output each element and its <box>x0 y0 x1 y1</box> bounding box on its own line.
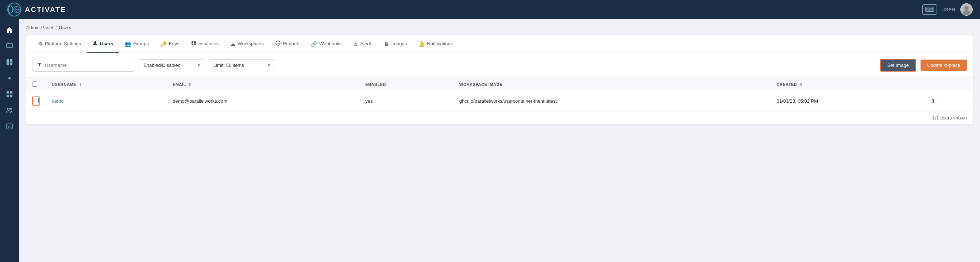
created-sort-icon[interactable]: ⇕ <box>799 83 803 86</box>
nav-right: ⌨ USER <box>922 3 973 16</box>
notifications-tab-icon: 🔔 <box>418 41 425 47</box>
svg-rect-13 <box>10 62 13 65</box>
tab-keys-label: Keys <box>169 41 180 46</box>
tab-reports-label: Reports <box>283 41 299 46</box>
sidebar-item-grid[interactable] <box>3 88 16 101</box>
workspace-image-col-header: WORKSPACE IMAGE <box>453 78 771 91</box>
svg-rect-11 <box>6 59 9 65</box>
breadcrumb: Admin Panel / Users <box>26 25 973 30</box>
tab-webhooks[interactable]: 🔗 Webhooks <box>305 35 347 53</box>
row-created-cell: 01/03/23, 05:02 PM <box>771 91 925 111</box>
tab-users-label: Users <box>100 41 113 46</box>
tab-images[interactable]: 🖥 Images <box>379 35 413 53</box>
tab-workspaces[interactable]: ☁ Workspaces <box>224 35 269 53</box>
sidebar-item-dot[interactable] <box>3 72 16 85</box>
svg-rect-23 <box>191 41 193 43</box>
select-all-checkbox[interactable] <box>32 81 37 86</box>
username-col-header: USERNAME ⇕ <box>46 78 167 91</box>
tab-users[interactable]: Users <box>87 35 119 53</box>
row-username-cell: demo <box>46 91 167 111</box>
update-inplace-button[interactable]: Update in-place <box>921 59 967 71</box>
tab-reports[interactable]: Reports <box>270 35 305 53</box>
left-sidebar <box>0 19 19 262</box>
tabs-bar: ⚙ Platform Settings Users 👥 Groups 🔑 Key… <box>26 35 973 53</box>
logo-area: ACTIVATE <box>7 3 66 16</box>
search-box <box>32 59 134 72</box>
svg-point-9 <box>963 10 970 15</box>
tab-groups[interactable]: 👥 Groups <box>119 35 155 53</box>
sidebar-item-monitor[interactable] <box>3 40 16 53</box>
keys-tab-icon: 🔑 <box>161 41 167 47</box>
tab-notifications[interactable]: 🔔 Notifications <box>413 35 459 53</box>
limit-dropdown[interactable]: Limit: 50 items Limit: 25 items Limit: 1… <box>209 59 274 71</box>
breadcrumb-separator: / <box>56 25 57 30</box>
row-email-cell: demo@parallelworks.com <box>167 91 360 111</box>
workspaces-tab-icon: ☁ <box>230 41 235 47</box>
svg-rect-15 <box>6 91 9 94</box>
users-count: 1/1 users shown <box>932 115 967 121</box>
enabled-disabled-dropdown[interactable]: Enabled/Disabled Enabled Disabled <box>138 59 204 71</box>
terminal-nav-icon[interactable]: ⌨ <box>922 5 937 14</box>
logo-icon <box>7 3 21 16</box>
svg-rect-16 <box>10 91 13 94</box>
breadcrumb-users: Users <box>59 25 71 30</box>
user-label: USER <box>941 7 956 13</box>
app-title: ACTIVATE <box>25 5 66 14</box>
table-footer: 1/1 users shown <box>26 111 973 124</box>
row-action-cell: ⬆ <box>925 91 973 111</box>
tab-images-label: Images <box>391 41 407 46</box>
row-action-icon[interactable]: ⬆ <box>931 98 935 104</box>
tab-webhooks-label: Webhooks <box>319 41 342 46</box>
sidebar-item-users[interactable] <box>3 104 16 117</box>
tab-notifications-label: Notifications <box>427 41 453 46</box>
enabled-disabled-select: Enabled/Disabled Enabled Disabled ▼ <box>138 59 204 71</box>
row-checkbox[interactable] <box>33 98 39 103</box>
top-nav: ACTIVATE ⌨ USER <box>0 0 980 19</box>
user-link[interactable]: demo <box>52 98 64 104</box>
svg-point-2 <box>16 9 17 10</box>
tab-platform-settings[interactable]: ⚙ Platform Settings <box>32 35 87 53</box>
main-content: Admin Panel / Users ⚙ Platform Settings … <box>19 19 980 262</box>
table-header: USERNAME ⇕ EMAIL ⇕ ENABLED WORKSPACE IMA… <box>26 78 973 91</box>
set-image-button[interactable]: Set Image <box>880 59 916 72</box>
svg-rect-17 <box>6 95 9 97</box>
actions-col-header <box>925 78 973 91</box>
svg-point-8 <box>964 6 969 10</box>
row-check-cell <box>26 91 46 111</box>
row-checkbox-wrapper <box>32 96 40 105</box>
svg-point-14 <box>8 77 11 79</box>
search-input[interactable] <box>45 62 129 68</box>
tab-groups-label: Groups <box>133 41 149 46</box>
table-row: demo demo@parallelworks.com yes ghcr.io/… <box>26 91 973 111</box>
username-sort-icon[interactable]: ⇕ <box>79 83 82 86</box>
enabled-col-header: ENABLED <box>360 78 453 91</box>
svg-rect-25 <box>191 43 193 45</box>
instances-tab-icon <box>191 41 196 47</box>
svg-rect-26 <box>194 43 196 45</box>
platform-settings-icon: ⚙ <box>38 41 43 47</box>
tab-platform-settings-label: Platform Settings <box>45 41 81 46</box>
row-enabled-cell: yes <box>360 91 453 111</box>
images-tab-icon: 🖥 <box>384 41 389 47</box>
users-table-wrapper: USERNAME ⇕ EMAIL ⇕ ENABLED WORKSPACE IMA… <box>26 77 973 111</box>
sidebar-item-layout[interactable] <box>3 56 16 69</box>
logo-svg <box>13 3 21 16</box>
admin-card: ⚙ Platform Settings Users 👥 Groups 🔑 Key… <box>26 35 973 124</box>
select-all-col <box>26 78 46 91</box>
email-sort-icon[interactable]: ⇕ <box>188 83 191 86</box>
sidebar-item-home[interactable] <box>3 23 16 37</box>
tab-keys[interactable]: 🔑 Keys <box>155 35 185 53</box>
row-workspace-image-cell: ghcr.io/parallelworks/usercontainer-thei… <box>453 91 771 111</box>
sidebar-item-terminal[interactable] <box>3 120 16 133</box>
tab-workspaces-label: Workspaces <box>237 41 263 46</box>
svg-rect-21 <box>6 124 13 129</box>
svg-rect-24 <box>194 41 196 43</box>
breadcrumb-admin[interactable]: Admin Panel <box>26 25 53 30</box>
avatar[interactable] <box>960 3 973 16</box>
groups-tab-icon: 👥 <box>125 41 131 47</box>
svg-rect-10 <box>6 43 13 48</box>
tab-instances[interactable]: Instances <box>185 35 225 53</box>
created-col-header: CREATED ⇕ <box>771 78 925 91</box>
alerts-tab-icon: ⚠ <box>353 41 358 47</box>
tab-alerts[interactable]: ⚠ Alerts <box>347 35 378 53</box>
